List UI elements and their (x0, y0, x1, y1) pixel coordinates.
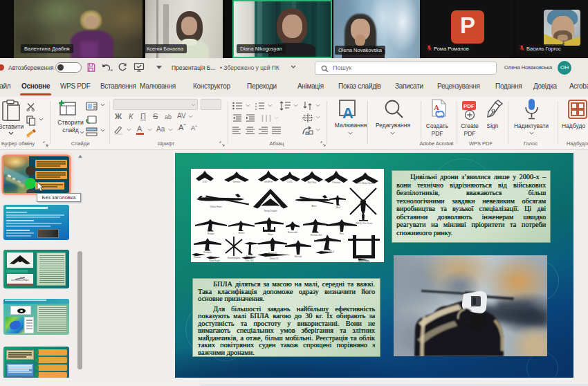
svg-text:A: A (434, 103, 439, 111)
svg-text:X-45: X-45 (203, 181, 208, 183)
svg-text:480-4C Fire Scout: 480-4C Fire Scout (356, 222, 373, 225)
svg-text:Global 40: Global 40 (270, 257, 279, 260)
svg-text:Hummingbird: Hummingbird (228, 257, 240, 259)
svg-text:Mersad: Mersad (295, 255, 302, 258)
svg-text:Heron 40: Heron 40 (268, 252, 277, 255)
svg-text:PDF: PDF (463, 103, 475, 109)
svg-text:А: А (342, 104, 353, 120)
svg-text:nEUROn: nEUROn (264, 181, 273, 183)
svg-text:MiG Skat: MiG Skat (308, 181, 317, 184)
svg-text:Global Eagle: Global Eagle (358, 260, 370, 262)
svg-text:Swing Dragon: Swing Dragon (264, 210, 277, 212)
svg-text:Hermes 450: Hermes 450 (311, 234, 322, 237)
svg-text:Altair: Altair (312, 205, 317, 208)
svg-text:Forpost M4-0: Forpost M4-0 (322, 250, 334, 253)
svg-text:Global Hawk: Global Hawk (210, 205, 222, 208)
svg-text:Ranger: Ranger (208, 232, 214, 235)
svg-text:Fire Scout: Fire Scout (246, 255, 256, 258)
svg-text:Okhotnik: Okhotnik (332, 181, 340, 184)
svg-text:Rico: Rico (336, 206, 340, 209)
svg-text:X-45C: X-45C (287, 181, 293, 183)
svg-text:Predator: Predator (203, 251, 212, 254)
svg-text:Shadow: Shadow (194, 256, 202, 259)
svg-text:Raven: Raven (239, 232, 245, 235)
svg-text:Eitan: Eitan (268, 233, 273, 236)
svg-text:Barracuda: Barracuda (288, 231, 297, 234)
svg-text:Rico: Rico (340, 232, 344, 235)
svg-text:Sentinel: Sentinel (233, 181, 241, 183)
svg-text:Casa 344: Casa 344 (245, 259, 254, 262)
svg-text:Saab Eagle: Saab Eagle (209, 259, 220, 262)
svg-text:U-71 Sharp Sword: U-71 Sharp Sword (357, 182, 374, 185)
